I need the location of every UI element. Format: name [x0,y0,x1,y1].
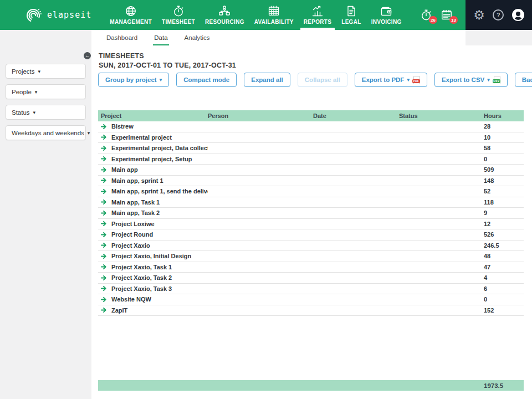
back-button[interactable]: Back [515,73,532,87]
project-name: Main app, Task 1 [111,199,160,206]
table-row[interactable]: Project Xaxio, Task 147 [98,262,524,273]
tab-data[interactable]: Data [146,30,176,45]
wallet-icon [380,5,392,17]
table-row[interactable]: Bistrew28 [98,121,524,132]
user-avatar-icon[interactable] [512,9,524,21]
cell-hours: 10 [482,134,524,141]
expand-arrow-icon[interactable] [101,253,107,259]
table-row[interactable]: Experimental project, Setup0 [98,154,524,165]
report-tabbar: DashboardDataAnalytics [91,30,466,45]
column-header-date: Date [313,112,399,119]
table-row[interactable]: ZapIT152 [98,305,524,316]
table-body: Bistrew28Experimental project10Experimen… [98,121,524,316]
nav-item-invoicing[interactable]: INVOICING [366,0,407,30]
cell-hours: 509 [482,166,524,173]
pdf-file-icon: PDF [413,76,420,84]
filter-projects[interactable]: Projects▾ [6,64,86,79]
table-row[interactable]: Main app, sprint 1, send the deliverabl5… [98,186,524,197]
expand-arrow-icon[interactable] [101,210,107,216]
nav-item-management[interactable]: MANAGEMENT [105,0,157,30]
nav-item-legal[interactable]: LEGAL [336,0,366,30]
avatar-body [514,17,522,21]
project-name: Main app, sprint 1, send the deliverabl [111,188,208,195]
export-csv-button[interactable]: Export to CSV ▾ CSV [434,73,508,87]
table-row[interactable]: Project Xaxio, Task 24 [98,273,524,284]
collapse-all-button[interactable]: Collapse all [298,73,347,87]
project-name: Bistrew [111,123,134,130]
expand-arrow-icon[interactable] [101,177,107,183]
cell-hours: 28 [482,123,524,130]
table-row[interactable]: Project Round526 [98,229,524,241]
caret-down-icon: ▾ [38,69,41,74]
table-row[interactable]: Experimental project, Data collection i5… [98,143,524,154]
table-row[interactable]: Project Xaxio, Task 36 [98,284,524,295]
caret-down-icon: ▾ [35,89,38,95]
expand-arrow-icon[interactable] [101,275,107,281]
top-navbar: elapseit MANAGEMENTTIMESHEETRESOURCINGAV… [0,0,532,30]
expand-arrow-icon[interactable] [101,264,107,270]
column-header-hours: Hours [482,112,524,119]
compact-mode-button[interactable]: Compact mode [176,73,237,87]
stopwatch-icon [172,5,185,17]
project-name: Experimental project, Data collection i [111,145,208,151]
expand-arrow-icon[interactable] [101,242,107,248]
timesheet-table: Project Person Date Status Hours Bistrew… [98,110,524,316]
cell-hours: 118 [482,199,524,206]
cell-hours: 52 [482,188,524,195]
project-name: Project Xaxio, Initial Design [111,253,191,259]
nav-item-label: RESOURCING [205,19,244,25]
cell-hours: 58 [482,145,524,151]
calendar-grid-icon [268,5,280,17]
expand-arrow-icon[interactable] [101,188,107,195]
nav-item-reports[interactable]: REPORTS [299,0,336,30]
expand-arrow-icon[interactable] [101,232,107,238]
gear-icon[interactable]: ⚙ [473,9,485,22]
project-name: Website NQW [111,296,151,303]
timer-badge: 26 [429,16,437,24]
timer-notification-button[interactable]: 26 [420,9,432,21]
cell-hours: 246.5 [482,242,524,249]
export-pdf-button[interactable]: Export to PDF ▾ PDF [355,73,427,87]
expand-arrow-icon[interactable] [101,134,107,140]
avatar-head [516,12,520,16]
app-logo[interactable]: elapseit [25,7,91,23]
back-arrow-icon[interactable]: ← [84,52,91,59]
expand-arrow-icon[interactable] [101,307,107,313]
expand-all-button[interactable]: Expand all [244,73,290,87]
filter-status[interactable]: Status▾ [6,105,86,120]
filter-weekdays-and-weekends[interactable]: Weekdays and weekends▾ [6,125,86,140]
expand-arrow-icon[interactable] [101,156,107,162]
table-header-row: Project Person Date Status Hours [98,110,524,121]
expand-arrow-icon[interactable] [101,285,107,291]
expand-arrow-icon[interactable] [101,296,107,303]
table-row[interactable]: Project Xaxio246.5 [98,241,524,252]
cell-hours: 0 [482,296,524,303]
help-icon[interactable]: ? [493,9,504,21]
table-row[interactable]: Main app, Task 29 [98,208,524,219]
date-range: SUN, 2017-OCT-01 TO TUE, 2017-OCT-31 [99,62,236,69]
tab-dashboard[interactable]: Dashboard [98,30,146,45]
expand-arrow-icon[interactable] [101,124,107,130]
schedule-notification-button[interactable]: 13 [441,9,453,21]
table-row[interactable]: Website NQW0 [98,294,524,305]
nav-item-timesheet[interactable]: TIMESHEET [157,0,200,30]
expand-arrow-icon[interactable] [101,145,107,151]
filter-people[interactable]: People▾ [6,84,86,99]
table-row[interactable]: Main app, sprint 1148 [98,176,524,187]
group-by-project-button[interactable]: Group by project ▾ [98,73,169,87]
expand-arrow-icon[interactable] [101,167,107,173]
nav-item-availability[interactable]: AVAILABILITY [249,0,299,30]
project-name: Main app [111,166,138,173]
expand-arrow-icon[interactable] [101,199,107,205]
cell-hours: 152 [482,307,524,314]
column-header-person: Person [208,112,313,119]
cell-hours: 526 [482,231,524,238]
expand-arrow-icon[interactable] [101,221,107,227]
table-row[interactable]: Experimental project10 [98,132,524,144]
tab-analytics[interactable]: Analytics [176,30,218,45]
table-row[interactable]: Main app509 [98,165,524,176]
nav-item-resourcing[interactable]: RESOURCING [200,0,249,30]
table-row[interactable]: Project Xaxio, Initial Design48 [98,251,524,262]
table-row[interactable]: Project Loxiwe12 [98,219,524,230]
table-row[interactable]: Main app, Task 1118 [98,197,524,208]
